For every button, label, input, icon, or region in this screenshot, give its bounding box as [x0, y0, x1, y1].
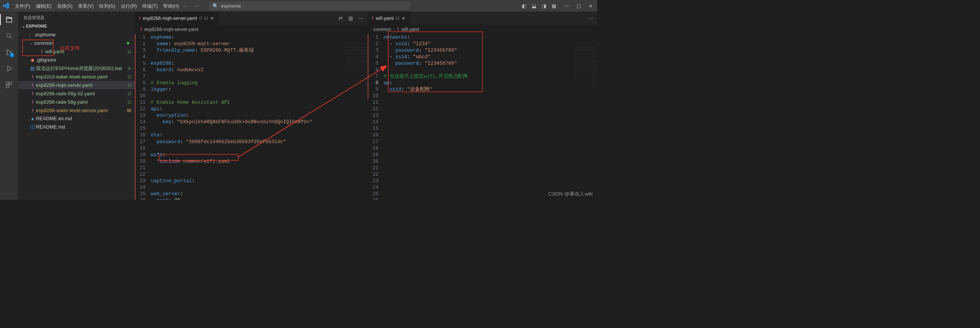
activity-search[interactable] — [5, 31, 14, 41]
tree-file-water[interactable]: ! esp8266-water-level-sensor.yaml M — [18, 106, 135, 114]
activity-explorer[interactable] — [5, 15, 14, 24]
tab-mqtt-server[interactable]: ! esp8266-mqtt-server.yaml U ✕ — [135, 11, 218, 24]
md-icon: ▲ — [29, 116, 36, 122]
file-tree: › .esphome ⌄ common ! wifi.yaml U ◆ .git… — [18, 30, 135, 132]
minimap[interactable] — [574, 47, 597, 98]
sidebar-title: 资源管理器 — [18, 11, 135, 22]
menu-item[interactable]: 转到(G) — [96, 2, 118, 10]
breadcrumb-item[interactable]: common — [373, 27, 391, 32]
yaml-icon: ! — [140, 27, 142, 32]
tab-wifi[interactable]: ! wifi.yaml U ✕ — [368, 11, 410, 24]
yaml-icon: ! — [372, 16, 373, 21]
menu-item[interactable]: 选择(S) — [54, 2, 75, 10]
svg-point-1 — [7, 50, 8, 51]
breadcrumb-item[interactable]: esp8266-mqtt-server.yaml — [144, 27, 198, 32]
tree-file-wifi[interactable]: ! wifi.yaml U — [18, 47, 135, 56]
folder-name: ESPHOME — [26, 24, 47, 29]
git-indicator — [368, 34, 368, 100]
yaml-icon: ! — [29, 108, 36, 113]
tree-file-mqtt[interactable]: ! esp8266-mqtt-server.yaml U — [18, 81, 135, 89]
tree-folder-esphome[interactable]: › .esphome — [18, 31, 135, 39]
git-status: U — [128, 74, 131, 79]
activity-debug[interactable] — [5, 64, 14, 73]
editor-right[interactable]: 1234567891011121314151617181920212223242… — [368, 34, 597, 200]
tab-label: wifi.yaml — [376, 16, 394, 21]
tab-suffix: U — [396, 16, 399, 21]
chevron-down-icon: ⌄ — [29, 41, 34, 46]
split-icon[interactable]: ▥ — [348, 15, 353, 21]
svg-rect-5 — [10, 82, 12, 85]
git-indicator — [135, 34, 136, 200]
menu-item[interactable]: 查看(V) — [75, 2, 96, 10]
tree-file-readme[interactable]: ⓘ README.md — [18, 123, 135, 131]
git-status: U — [128, 99, 131, 104]
bat-icon: ▧ — [29, 65, 36, 71]
more-icon[interactable]: ⋯ — [588, 15, 593, 21]
watermark-text: CSDN @事在人wěi — [548, 191, 593, 197]
vscode-icon — [3, 3, 9, 9]
tree-file-rade02[interactable]: ! esp8266-rade-58g-02.yaml U — [18, 89, 135, 98]
minimap[interactable] — [344, 47, 368, 98]
command-text: esphome — [221, 3, 241, 9]
info-icon: ⓘ — [29, 124, 36, 131]
nav-fwd[interactable]: → — [194, 3, 199, 9]
tree-folder-common[interactable]: ⌄ common — [18, 39, 135, 47]
folder-header[interactable]: ⌄ ESPHOME — [18, 23, 135, 30]
tab-suffix: U — [204, 16, 208, 21]
svg-point-0 — [7, 33, 10, 37]
yaml-icon: ! — [29, 99, 36, 105]
chevron-right-icon: › — [394, 27, 395, 32]
window-close[interactable]: ✕ — [589, 3, 593, 9]
layout-panel-right-icon[interactable]: ◨ — [542, 3, 547, 9]
git-status: U — [128, 91, 131, 96]
command-center[interactable]: 🔍 esphome — [209, 2, 410, 10]
layout-grid-icon[interactable]: ▦ — [552, 3, 557, 9]
yaml-icon: ! — [397, 27, 399, 32]
tree-file-rade[interactable]: ! esp8266-rade-58g.yaml U — [18, 98, 135, 106]
modified-indicator-icon — [199, 17, 202, 20]
menu-item[interactable]: 帮助(H) — [160, 2, 182, 10]
tree-file-gitignore[interactable]: ◆ .gitignore — [18, 56, 135, 64]
chevron-right-icon: › — [29, 33, 34, 37]
git-status: A — [128, 66, 131, 71]
activity-bar: 7 — [0, 11, 18, 200]
yaml-icon: ! — [29, 82, 36, 88]
menu-item[interactable]: 运行(R) — [118, 2, 140, 10]
editor-group-left: ! esp8266-mqtt-server.yaml U ✕ ⇄ ▥ ⋯ ! e… — [135, 11, 368, 200]
tree-file-readme-en[interactable]: ▲ README.en.md — [18, 114, 135, 123]
svg-rect-6 — [6, 85, 9, 88]
yaml-icon: ! — [39, 49, 45, 54]
activity-scm[interactable]: 7 — [5, 47, 14, 57]
window-maximize[interactable]: ▢ — [577, 3, 581, 9]
activity-extensions[interactable] — [5, 80, 14, 90]
menu-item[interactable]: 终端(T) — [140, 2, 161, 10]
compare-icon[interactable]: ⇄ — [338, 15, 343, 21]
menu-item[interactable]: 编辑(E) — [33, 2, 54, 10]
chevron-down-icon: ⌄ — [22, 24, 25, 29]
git-status: M — [127, 108, 131, 113]
tree-file-bat[interactable]: ▧ 双击运行ESPHome浏览器访问6052.bat A — [18, 64, 135, 73]
layout-panel-bottom-icon[interactable]: ⬓ — [532, 3, 537, 9]
close-icon[interactable]: ✕ — [402, 15, 405, 21]
scm-badge: 7 — [10, 53, 14, 57]
nav-back[interactable]: ← — [182, 3, 188, 9]
more-icon[interactable]: ⋯ — [359, 15, 364, 21]
close-icon[interactable]: ✕ — [210, 15, 214, 21]
git-dot-icon — [127, 42, 129, 44]
breadcrumb-item[interactable]: wifi.yaml — [401, 27, 419, 32]
editor-left[interactable]: 1234567891011121314151617181920212223242… — [135, 34, 368, 200]
yaml-icon: ! — [29, 91, 36, 96]
search-icon: 🔍 — [212, 3, 219, 9]
git-status: U — [128, 49, 131, 54]
yaml-icon: ! — [29, 74, 36, 80]
tree-file-esp32c3[interactable]: ! esp32c3-water-level-sensor.yaml U — [18, 73, 135, 81]
svg-rect-4 — [6, 82, 9, 85]
tab-label: esp8266-mqtt-server.yaml — [143, 16, 197, 21]
yaml-icon: ! — [139, 16, 140, 21]
git-icon: ◆ — [29, 57, 36, 63]
git-status: U — [128, 82, 131, 88]
layout-panel-left-icon[interactable]: ◧ — [522, 3, 527, 9]
window-minimize[interactable]: — — [565, 3, 569, 9]
svg-point-2 — [7, 53, 8, 55]
menu-item[interactable]: 文件(F) — [12, 2, 33, 10]
